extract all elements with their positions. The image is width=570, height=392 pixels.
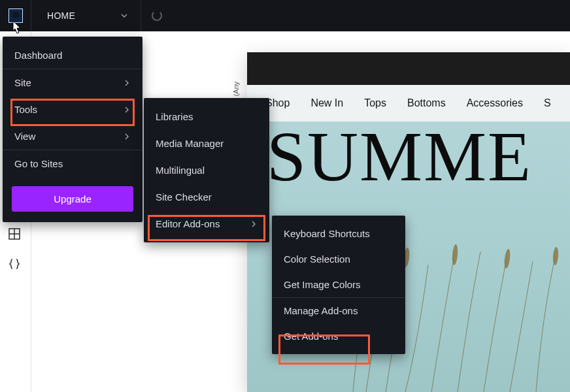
spinner-icon <box>152 10 162 21</box>
nav-link-new-in[interactable]: New In <box>310 97 343 109</box>
menu-item-manage-addons[interactable]: Manage Add-ons <box>272 298 405 323</box>
hero-headline: SUMME <box>267 116 570 197</box>
svg-point-0 <box>12 12 19 18</box>
top-bar: HOME <box>0 0 570 31</box>
menu-label: View <box>14 131 35 142</box>
menu-item-keyboard-shortcuts[interactable]: Keyboard Shortcuts <box>272 221 405 246</box>
chevron-right-icon <box>124 106 131 113</box>
menu-label: Media Manager <box>156 138 224 149</box>
menu-label: Site <box>14 77 31 88</box>
upgrade-button[interactable]: Upgrade <box>12 186 133 212</box>
loading-indicator <box>141 0 173 31</box>
menu-label: Go to Sites <box>14 158 63 169</box>
menu-item-site-checker[interactable]: Site Checker <box>144 184 269 210</box>
menu-item-editor-addons[interactable]: Editor Add-ons <box>144 210 269 237</box>
main-menu: Dashboard Site Tools View Go to Sites Up… <box>3 37 142 222</box>
menu-label: Libraries <box>156 111 193 122</box>
menu-item-get-image-colors[interactable]: Get Image Colors <box>272 272 405 297</box>
preview-header-bar <box>247 52 570 85</box>
menu-label: Color Selection <box>284 253 350 265</box>
menu-label: Manage Add-ons <box>284 305 358 316</box>
chevron-right-icon <box>124 80 131 86</box>
menu-label: Multilingual <box>156 165 205 176</box>
menu-label: Dashboard <box>14 50 62 61</box>
menu-item-color-selection[interactable]: Color Selection <box>272 246 405 272</box>
page-selector-label: HOME <box>47 10 75 21</box>
menu-label: Tools <box>14 104 37 115</box>
page-selector-home[interactable]: HOME <box>31 0 141 31</box>
chevron-down-icon <box>121 12 127 19</box>
chevron-right-icon <box>251 221 258 227</box>
nav-link-accessories[interactable]: Accessories <box>467 97 523 109</box>
tools-submenu: Libraries Media Manager Multilingual Sit… <box>144 98 269 242</box>
menu-item-site[interactable]: Site <box>3 69 142 96</box>
app-logo-icon <box>8 8 23 23</box>
menu-label: Site Checker <box>156 191 212 203</box>
menu-label: Editor Add-ons <box>156 218 220 229</box>
menu-item-tools[interactable]: Tools <box>3 96 142 123</box>
menu-item-libraries[interactable]: Libraries <box>144 103 269 130</box>
app-logo-button[interactable] <box>0 0 31 31</box>
upgrade-label: Upgrade <box>54 193 92 204</box>
menu-item-get-addons[interactable]: Get Add-ons <box>272 323 405 349</box>
menu-item-view[interactable]: View <box>3 123 142 150</box>
menu-label: Get Image Colors <box>284 279 361 290</box>
nav-link-bottoms[interactable]: Bottoms <box>407 97 446 109</box>
chevron-right-icon <box>124 133 131 140</box>
menu-item-media-manager[interactable]: Media Manager <box>144 130 269 157</box>
menu-item-go-to-sites[interactable]: Go to Sites <box>3 150 142 177</box>
menu-item-dashboard[interactable]: Dashboard <box>3 42 142 69</box>
menu-label: Get Add-ons <box>284 331 338 342</box>
code-braces-icon[interactable] <box>8 257 24 273</box>
nav-link-more[interactable]: S <box>544 97 551 109</box>
grid-icon[interactable] <box>8 227 24 243</box>
menu-item-multilingual[interactable]: Multilingual <box>144 157 269 184</box>
editor-addons-submenu: Keyboard Shortcuts Color Selection Get I… <box>272 216 405 354</box>
menu-label: Keyboard Shortcuts <box>284 228 370 239</box>
nav-link-tops[interactable]: Tops <box>364 97 386 109</box>
side-label: (Any <box>232 82 240 97</box>
